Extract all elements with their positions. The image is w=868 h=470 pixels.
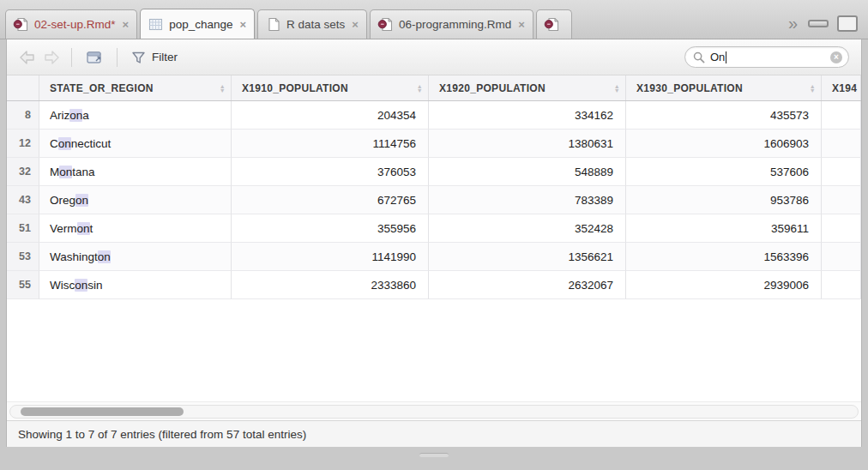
row-number: 12	[7, 130, 39, 158]
toolbar-separator	[117, 48, 118, 67]
row-number-header	[7, 75, 39, 100]
search-match-highlight: on	[59, 166, 72, 178]
toolbar-separator	[71, 48, 72, 67]
tab-overflow-icon[interactable]: »	[788, 15, 796, 32]
tabs-container: 02-set-up.Rmd*×pop_change×R data sets×06…	[5, 0, 780, 39]
maximize-icon[interactable]	[837, 15, 858, 32]
tab-label: 02-set-up.Rmd*	[34, 18, 116, 31]
horizontal-scrollbar[interactable]	[7, 401, 861, 420]
data-viewer-toolbar: Filter On ×	[7, 39, 861, 75]
tab-label: 06-programming.Rmd	[399, 18, 511, 31]
cell-population: 334162	[429, 101, 626, 130]
row-number: 32	[7, 158, 39, 186]
cell-population: 1141990	[232, 243, 429, 271]
cell-clipped	[822, 186, 861, 214]
table-row: 32Montana376053548889537606	[7, 158, 861, 186]
cell-state-or-region: Arizona	[39, 101, 232, 130]
back-arrow-icon[interactable]	[15, 48, 39, 67]
tab-02-set-up-rmd[interactable]: 02-set-up.Rmd*×	[5, 9, 137, 39]
table-empty-area	[7, 299, 861, 401]
cell-text: Oreg	[50, 194, 75, 207]
cell-text: Washingt	[50, 250, 98, 263]
rmd-file-icon	[377, 16, 394, 33]
cell-clipped	[822, 130, 861, 158]
cell-text: Ariz	[50, 109, 69, 122]
popout-window-icon[interactable]	[80, 47, 109, 68]
close-icon[interactable]: ×	[352, 18, 359, 31]
search-match-highlight: on	[69, 109, 82, 122]
column-header-label: X1910_POPULATION	[242, 82, 348, 94]
cell-state-or-region: Oregon	[39, 186, 232, 214]
tab-pop-change[interactable]: pop_change×	[140, 9, 255, 39]
cell-clipped	[822, 214, 861, 243]
scrollbar-track[interactable]	[9, 405, 859, 419]
cell-population: 2939006	[626, 271, 822, 299]
minimize-icon[interactable]	[808, 20, 829, 27]
tab-06-programming-rmd[interactable]: 06-programming.Rmd×	[370, 9, 533, 39]
table-row: 53Washington114199013566211563396	[7, 243, 861, 271]
status-bar: Showing 1 to 7 of 7 entries (filtered fr…	[7, 420, 861, 447]
cell-clipped	[822, 243, 861, 271]
row-number: 51	[7, 214, 39, 243]
cell-text: tana	[72, 166, 94, 178]
search-match-highlight: on	[77, 222, 90, 235]
cell-text: C	[50, 137, 58, 150]
table-row: 43Oregon672765783389953786	[7, 186, 861, 214]
file-icon	[265, 16, 281, 33]
cell-text: a	[82, 109, 89, 122]
cell-clipped	[822, 271, 861, 299]
cell-population: 1563396	[626, 243, 822, 271]
column-header-x194[interactable]: X194	[822, 75, 861, 100]
cell-population: 1380631	[429, 130, 626, 158]
table-header-row: STATE_OR_REGION▲▼X1910_POPULATION▲▼X1920…	[7, 75, 861, 101]
sort-arrows-icon: ▲▼	[417, 84, 423, 93]
search-icon	[693, 51, 705, 63]
column-header-label: X1930_POPULATION	[636, 82, 743, 94]
cell-population: 783389	[429, 186, 626, 214]
column-header-label: STATE_OR_REGION	[50, 82, 154, 94]
window-controls	[808, 15, 858, 32]
data-viewer-pane: Filter On × STATE_OR_REGION▲▼X1910_POPUL…	[6, 39, 862, 447]
cell-text: necticut	[71, 137, 112, 150]
close-icon[interactable]: ×	[123, 18, 130, 31]
sort-arrows-icon: ▲▼	[220, 84, 226, 93]
cell-population: 2333860	[232, 271, 429, 299]
clear-search-icon[interactable]: ×	[830, 51, 842, 63]
close-icon[interactable]: ×	[518, 18, 525, 31]
cell-population: 376053	[232, 158, 429, 186]
cell-population: 953786	[626, 186, 822, 214]
cell-population: 672765	[232, 186, 429, 214]
forward-arrow-icon[interactable]	[39, 48, 63, 67]
row-number: 55	[7, 271, 39, 299]
column-header-x1930-population[interactable]: X1930_POPULATION▲▼	[626, 75, 822, 100]
cell-population: 352428	[429, 214, 626, 243]
cell-population: 1356621	[429, 243, 626, 271]
cell-population: 435573	[626, 101, 822, 130]
row-number: 43	[7, 186, 39, 214]
cell-state-or-region: Connecticut	[39, 130, 232, 158]
cell-state-or-region: Washington	[39, 243, 232, 271]
cell-population: 355956	[232, 214, 429, 243]
splitter-handle-icon[interactable]	[419, 453, 449, 457]
tab-r-data-sets[interactable]: R data sets×	[257, 9, 367, 39]
pane-bottom-gutter	[0, 447, 868, 470]
table-row: 51Vermont355956352428359611	[7, 214, 861, 243]
cell-text: sin	[87, 279, 102, 292]
rstudio-source-pane: 02-set-up.Rmd*×pop_change×R data sets×06…	[0, 0, 868, 470]
tab-label: pop_change	[169, 18, 232, 31]
cell-state-or-region: Wisconsin	[39, 271, 232, 299]
filter-button[interactable]: Filter	[125, 48, 184, 67]
search-input[interactable]: On ×	[684, 46, 849, 68]
cell-text: t	[90, 222, 93, 235]
close-icon[interactable]: ×	[239, 18, 246, 31]
search-match-highlight: on	[75, 279, 87, 292]
data-table: STATE_OR_REGION▲▼X1910_POPULATION▲▼X1920…	[7, 75, 861, 401]
cell-population: 2632067	[429, 271, 626, 299]
table-row: 12Connecticut111475613806311606903	[7, 130, 861, 158]
column-header-x1920-population[interactable]: X1920_POPULATION▲▼	[429, 75, 626, 100]
rmd-file-icon	[13, 16, 29, 33]
column-header-x1910-population[interactable]: X1910_POPULATION▲▼	[232, 75, 429, 100]
column-header-state-or-region[interactable]: STATE_OR_REGION▲▼	[39, 75, 232, 100]
tab-clipped[interactable]	[536, 9, 572, 39]
scrollbar-thumb[interactable]	[21, 407, 184, 416]
